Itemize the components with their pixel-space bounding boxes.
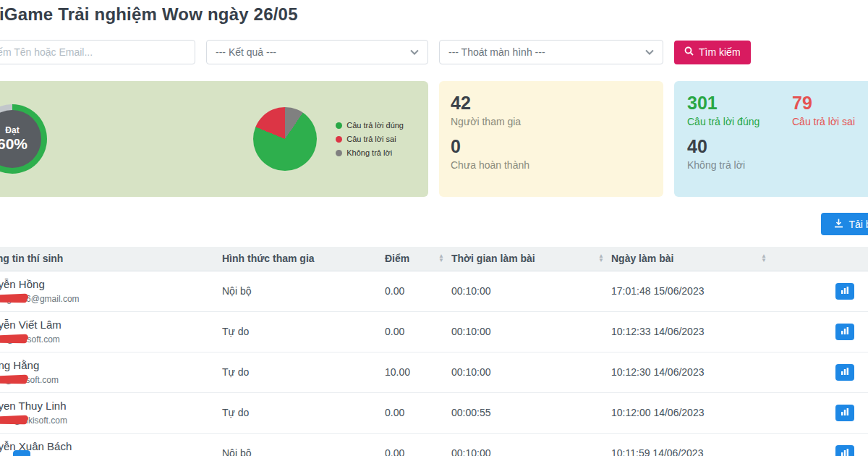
wrong-label: Câu trả lời sai xyxy=(792,116,855,127)
score-cell: 0.00 xyxy=(385,271,451,311)
date-cell: 10:12:00 14/06/2023 xyxy=(611,392,774,433)
wrong-value: 79 xyxy=(792,92,855,114)
legend-item: Câu trả lời sai xyxy=(336,135,404,143)
duration-cell: 00:10:00 xyxy=(451,352,611,392)
score-cell: 0.00 xyxy=(385,392,451,433)
page: MiniGame Trải nghiệm Wow ngày 26/05 --- … xyxy=(0,0,868,456)
legend-label: Câu trả lời sai xyxy=(346,135,396,143)
download-icon xyxy=(834,219,843,230)
participant-name: Hoàng Hằng xyxy=(0,359,222,371)
search-button-label: Tìm kiếm xyxy=(699,46,741,58)
pass-rate-gauge-inner: Đạt 60% xyxy=(0,110,41,168)
participation-mode: Nội bộ xyxy=(222,433,385,456)
search-icon xyxy=(684,46,694,58)
filter-bar: --- Kết quả --- --- Thoát màn hình --- T… xyxy=(0,40,868,64)
duration-cell: 00:10:00 xyxy=(451,311,611,352)
correct-answers-block: 301 Câu trả lời đúng xyxy=(687,92,792,135)
participation-mode: Tự do xyxy=(222,392,385,433)
answers-pie-chart xyxy=(253,107,317,171)
participation-mode: Tự do xyxy=(222,311,385,352)
screen-exit-filter-select[interactable]: --- Thoát màn hình --- xyxy=(439,40,663,64)
sort-icon[interactable]: ▲▼ xyxy=(438,254,444,263)
result-filter-select[interactable]: --- Kết quả --- xyxy=(206,40,428,64)
col-header-info: Thông tin thí sinh xyxy=(0,247,222,271)
view-report-button[interactable] xyxy=(835,445,854,456)
search-input[interactable] xyxy=(0,40,195,64)
table-row: Nguyễn Viết Lâm vietlam@klkisoft.com Tự … xyxy=(0,311,868,352)
score-cell: 0.00 xyxy=(385,433,451,456)
redaction-mark xyxy=(0,415,28,423)
col-header-score[interactable]: Điểm ▲▼ xyxy=(385,247,451,271)
pass-rate-gauge: Đạt 60% xyxy=(0,104,47,174)
answers-summary-row: 301 Câu trả lời đúng 79 Câu trả lời sai xyxy=(687,92,868,135)
gauge-value: 60% xyxy=(0,135,27,153)
incomplete-label: Chưa hoàn thành xyxy=(451,159,652,171)
participant-name: Nguyễn Viết Lâm xyxy=(0,318,222,331)
table-header-row: Thông tin thí sinh Hình thức tham gia Đi… xyxy=(0,247,868,271)
duration-cell: 00:10:00 xyxy=(451,433,611,456)
participation-mode: Nội bộ xyxy=(222,271,385,311)
date-cell: 17:01:48 15/06/2023 xyxy=(611,271,774,311)
pagination: 1 xyxy=(13,450,30,456)
legend-item: Không trả lời xyxy=(336,148,404,157)
download-report-button[interactable]: Tải báo cáo xyxy=(821,213,868,235)
report-chart-icon xyxy=(841,326,849,337)
download-button-label: Tải báo cáo xyxy=(848,219,868,230)
view-report-button[interactable] xyxy=(835,283,854,300)
sort-icon[interactable]: ▲▼ xyxy=(598,254,604,263)
legend-label: Không trả lời xyxy=(346,148,392,157)
report-chart-icon xyxy=(841,286,849,297)
date-cell: 10:11:59 14/06/2023 xyxy=(611,433,774,456)
participant-email: nguyet@klkisoft.com xyxy=(0,375,59,385)
participant-name: Nguyễn Xuân Bách xyxy=(0,440,222,452)
participants-card: 42 Người tham gia 0 Chưa hoàn thành xyxy=(439,81,663,197)
results-chart-card: Đạt 60% Câu trả lời đúng Câu trả lời sai xyxy=(0,81,428,197)
participants-value: 42 xyxy=(451,92,652,114)
correct-label: Câu trả lời đúng xyxy=(687,116,792,127)
score-cell: 10.00 xyxy=(385,352,451,392)
screen-exit-filter-value: --- Thoát màn hình --- xyxy=(448,46,545,58)
score-cell: 0.00 xyxy=(385,311,451,352)
redaction-mark xyxy=(0,293,28,302)
redaction-mark xyxy=(0,374,28,383)
summary-cards: Đạt 60% Câu trả lời đúng Câu trả lời sai xyxy=(0,81,868,197)
date-cell: 10:12:30 14/06/2023 xyxy=(611,352,774,392)
table-toolbar: Tải báo cáo xyxy=(0,213,868,235)
report-chart-icon xyxy=(841,408,849,418)
gauge-label: Đạt xyxy=(5,125,19,135)
report-chart-icon xyxy=(841,448,849,456)
table-row: Nguyen Thuy Linh thuylinh6@klkisoft.com … xyxy=(0,392,868,433)
legend-item: Câu trả lời đúng xyxy=(336,121,404,130)
col-header-duration[interactable]: Thời gian làm bài ▲▼ xyxy=(451,247,611,271)
view-report-button[interactable] xyxy=(835,405,854,421)
participant-name: Nguyen Thuy Linh xyxy=(0,400,222,412)
view-report-button[interactable] xyxy=(835,324,854,340)
participant-email: thuylinh6@klkisoft.com xyxy=(0,415,67,426)
page-canvas: MiniGame Trải nghiệm Wow ngày 26/05 --- … xyxy=(0,0,868,456)
sort-icon[interactable]: ▲▼ xyxy=(761,254,767,263)
report-chart-icon xyxy=(841,367,849,378)
answers-summary-card: 301 Câu trả lời đúng 79 Câu trả lời sai … xyxy=(674,81,868,197)
chevron-down-icon xyxy=(645,49,654,55)
participants-label: Người tham gia xyxy=(451,116,652,127)
participant-name: Nguyễn Hồng xyxy=(0,278,222,290)
duration-cell: 00:00:55 xyxy=(451,392,611,433)
result-filter-value: --- Kết quả --- xyxy=(216,46,276,58)
legend-dot-no-answer xyxy=(336,150,342,156)
chevron-down-icon xyxy=(410,49,419,55)
view-report-button[interactable] xyxy=(835,364,854,381)
results-table: Thông tin thí sinh Hình thức tham gia Đi… xyxy=(0,247,868,456)
search-button[interactable]: Tìm kiếm xyxy=(674,41,751,64)
legend-dot-correct xyxy=(336,122,342,129)
legend-label: Câu trả lời đúng xyxy=(346,121,404,130)
col-header-actions xyxy=(774,247,868,271)
legend-dot-wrong xyxy=(336,136,342,143)
table-row: Hoàng Hằng nguyet@klkisoft.com Tự do 10.… xyxy=(0,352,868,392)
participation-mode: Tự do xyxy=(222,352,385,392)
pagination-page-button[interactable]: 1 xyxy=(13,450,30,456)
incomplete-value: 0 xyxy=(451,135,652,157)
redaction-mark xyxy=(0,334,28,342)
participant-email: caohong0206@gmail.com xyxy=(0,294,80,304)
col-header-date[interactable]: Ngày làm bài ▲▼ xyxy=(611,247,774,271)
wrong-answers-block: 79 Câu trả lời sai xyxy=(792,92,855,135)
